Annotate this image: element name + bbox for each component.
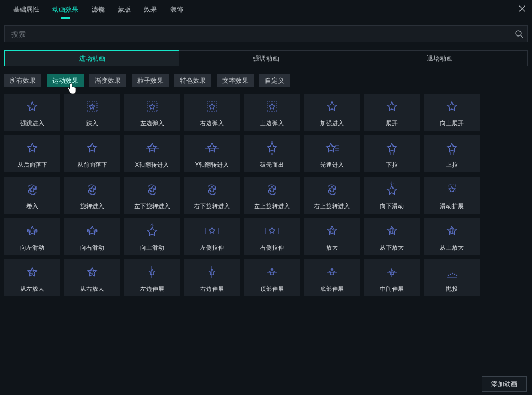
effect-label: 右侧拉伸	[260, 244, 284, 252]
star-zoom-icon	[441, 222, 463, 240]
effect-cell[interactable]: 从上放大	[424, 218, 480, 255]
effect-cell[interactable]: 上边弹入	[244, 94, 300, 131]
effect-label: 从下放大	[380, 244, 404, 252]
effect-cell[interactable]: 向右滑动	[64, 218, 120, 255]
top-tab-2[interactable]: 滤镜	[85, 0, 111, 19]
effect-cell[interactable]: 右边伸展	[184, 259, 240, 296]
effect-cell[interactable]: 滑动扩展	[424, 177, 480, 214]
add-animation-button[interactable]: 添加动画	[482, 376, 527, 392]
effect-label: 左边伸展	[140, 285, 164, 293]
star-extend-v-icon	[261, 263, 283, 282]
top-tab-4[interactable]: 效果	[137, 0, 164, 19]
filter-3[interactable]: 粒子效果	[132, 74, 169, 87]
effect-cell[interactable]: 从右放大	[64, 259, 120, 296]
effect-cell[interactable]: 跌入	[64, 94, 120, 131]
star-arrows-h-icon	[81, 222, 103, 240]
star-flip-x-icon	[141, 139, 163, 157]
effect-label: 从前面落下	[77, 161, 107, 169]
effect-cell[interactable]: 中间伸展	[364, 259, 420, 296]
effect-cell[interactable]: 右下旋转进入	[184, 177, 240, 214]
star-spin-icon	[321, 180, 343, 199]
effect-label: 从后面落下	[17, 161, 47, 169]
effect-cell[interactable]: 从前面落下	[64, 135, 120, 172]
effect-label: 底部伸展	[320, 285, 344, 293]
close-icon[interactable]	[518, 4, 527, 13]
star-speed-icon	[321, 139, 343, 157]
filter-1[interactable]: 运动效果	[47, 74, 84, 87]
star-pull-up-icon	[441, 139, 463, 157]
effect-label: 破壳而出	[260, 161, 284, 169]
effect-cell[interactable]: Y轴翻转进入	[184, 135, 240, 172]
effect-cell[interactable]: 放大	[304, 218, 360, 255]
effect-label: 上边弹入	[260, 119, 284, 127]
star-box-right-icon	[201, 98, 223, 116]
star-stretch-h-icon	[261, 222, 283, 240]
effect-label: 从左放大	[20, 285, 44, 293]
star-flip-y-icon	[201, 139, 223, 157]
effect-label: 右边伸展	[200, 285, 224, 293]
effect-cell[interactable]: 左侧拉伸	[184, 218, 240, 255]
effect-cell[interactable]: 卷入	[4, 177, 60, 214]
star-zoom-icon	[21, 263, 43, 282]
category-tab-0[interactable]: 进场动画	[4, 50, 179, 66]
effect-cell[interactable]: 向上展开	[424, 94, 480, 131]
effect-cell[interactable]: 强跳进入	[4, 94, 60, 131]
star-extend-icon	[141, 263, 163, 282]
filter-6[interactable]: 自定义	[259, 74, 290, 87]
effect-label: 旋转进入	[80, 202, 104, 210]
filter-2[interactable]: 渐变效果	[89, 74, 126, 87]
effect-cell[interactable]: 左上旋转进入	[244, 177, 300, 214]
effect-cell[interactable]: 右上旋转进入	[304, 177, 360, 214]
effect-label: 展开	[386, 119, 398, 127]
filter-4[interactable]: 特色效果	[174, 74, 211, 87]
star-down-icon	[81, 98, 103, 116]
effect-label: 左下旋转进入	[134, 202, 170, 210]
effects-grid: 强跳进入跌入左边弹入右边弹入上边弹入加强进入展开向上展开从后面落下从前面落下X轴…	[0, 92, 532, 301]
category-tab-2[interactable]: 退场动画	[353, 51, 527, 66]
effect-label: 右下旋转进入	[194, 202, 230, 210]
filter-0[interactable]: 所有效果	[4, 74, 41, 87]
effect-cell[interactable]: 从左放大	[4, 259, 60, 296]
effect-cell[interactable]: 加强进入	[304, 94, 360, 131]
animation-category-tabs: 进场动画强调动画退场动画	[4, 50, 528, 66]
category-tab-1[interactable]: 强调动画	[179, 51, 353, 66]
effect-cell[interactable]: 右边弹入	[184, 94, 240, 131]
effect-cell[interactable]: 左边弹入	[124, 94, 180, 131]
effect-cell[interactable]: 展开	[364, 94, 420, 131]
effect-cell[interactable]: 从下放大	[364, 218, 420, 255]
star-extend-icon	[201, 263, 223, 282]
effect-cell[interactable]: 向上滑动	[124, 218, 180, 255]
effect-cell[interactable]: 旋转进入	[64, 177, 120, 214]
effect-label: 卷入	[26, 202, 38, 210]
effect-label: 左上旋转进入	[254, 202, 290, 210]
effect-cell[interactable]: 上拉	[424, 135, 480, 172]
effect-cell[interactable]: 左边伸展	[124, 259, 180, 296]
top-tab-0[interactable]: 基础属性	[7, 0, 46, 19]
search-icon[interactable]	[515, 29, 523, 38]
effect-cell[interactable]: 下拉	[364, 135, 420, 172]
effect-cell[interactable]: 底部伸展	[304, 259, 360, 296]
top-tab-5[interactable]: 装饰	[164, 0, 190, 19]
top-tabbar: 基础属性动画效果滤镜蒙版效果装饰	[0, 0, 532, 19]
search-input[interactable]	[4, 25, 528, 42]
top-tab-3[interactable]: 蒙版	[111, 0, 137, 19]
star-zoom-icon	[381, 222, 403, 240]
effect-label: 向下滑动	[380, 202, 404, 210]
effect-cell[interactable]: X轴翻转进入	[124, 135, 180, 172]
effect-label: 光速进入	[320, 161, 344, 169]
effect-cell[interactable]: 光速进入	[304, 135, 360, 172]
effect-cell[interactable]: 从后面落下	[4, 135, 60, 172]
effect-label: 向右滑动	[80, 244, 104, 252]
effect-cell[interactable]: 左下旋转进入	[124, 177, 180, 214]
top-tab-1[interactable]: 动画效果	[46, 0, 85, 19]
effect-cell[interactable]: 破壳而出	[244, 135, 300, 172]
star-spin-icon	[261, 180, 283, 199]
star-spin-icon	[201, 180, 223, 199]
effect-cell[interactable]: 抛投	[424, 259, 480, 296]
effect-cell[interactable]: 向左滑动	[4, 218, 60, 255]
filter-5[interactable]: 文本效果	[217, 74, 254, 87]
effect-cell[interactable]: 右侧拉伸	[244, 218, 300, 255]
star-arrows-h-icon	[21, 222, 43, 240]
effect-cell[interactable]: 顶部伸展	[244, 259, 300, 296]
effect-cell[interactable]: 向下滑动	[364, 177, 420, 214]
